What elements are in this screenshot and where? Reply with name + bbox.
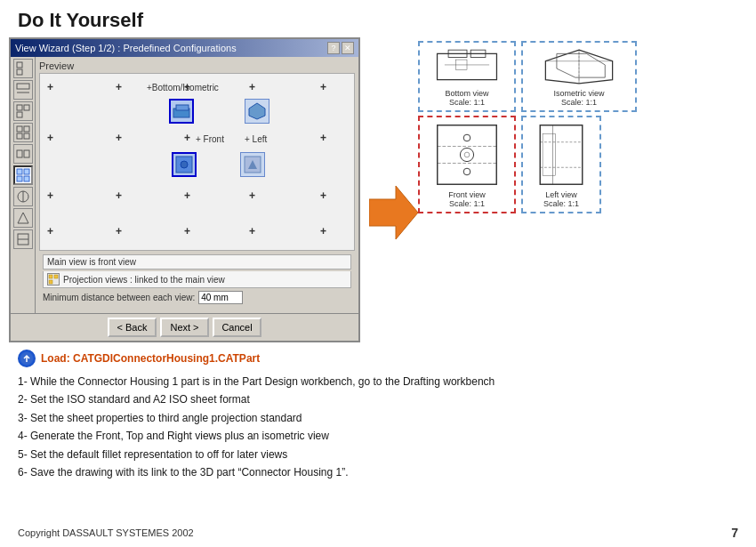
grid-plus-8: +	[184, 132, 190, 144]
instruction-2: 2- Set the ISO standard and A2 ISO sheet…	[18, 390, 738, 408]
projection-icon-1	[47, 273, 60, 286]
iso-view-caption: Isometric viewScale: 1:1	[553, 89, 604, 107]
wizard-button-row: < Back Next > Cancel	[11, 313, 358, 341]
preview-grid: + + + + + + + +Bottom/Isometric	[39, 73, 355, 251]
copyright: Copyright DASSAULT SYSTEMES 2002	[18, 527, 194, 538]
svg-point-26	[181, 161, 188, 168]
distance-label: Minimum distance between each view:	[43, 293, 195, 302]
left-view-caption: Left viewScale: 1:1	[543, 190, 579, 208]
wizard-window: View Wizard (Step 1/2) : Predefined Conf…	[9, 37, 360, 342]
titlebar-buttons: ? ✕	[327, 42, 354, 54]
next-button[interactable]: Next >	[160, 318, 209, 337]
svg-rect-11	[17, 150, 22, 157]
svg-rect-1	[17, 69, 22, 75]
svg-point-45	[464, 152, 470, 157]
front-view-svg	[427, 121, 507, 189]
svg-rect-0	[17, 62, 22, 68]
back-button[interactable]: < Back	[108, 318, 157, 337]
instruction-5: 5- Set the default fillet representation…	[18, 446, 738, 463]
load-line: Load: CATGDIConnectorHousing1.CATPart	[18, 350, 738, 367]
grid-plus-16: +	[116, 225, 122, 237]
projection-label: Projection views : linked to the main vi…	[63, 275, 225, 285]
left-view-svg	[535, 121, 588, 189]
svg-rect-12	[24, 150, 29, 157]
svg-rect-15	[17, 176, 22, 181]
wizard-body: Preview + + + + + + + +Bottom/Isometric	[11, 57, 358, 313]
instruction-4: 4- Generate the Front, Top and Right vie…	[18, 427, 738, 445]
views-panel: Bottom viewScale: 1:1 Isometric viewScal…	[418, 37, 747, 342]
footer: Copyright DASSAULT SYSTEMES 2002 7	[18, 526, 738, 540]
svg-rect-50	[540, 125, 583, 185]
wizard-panel: View Wizard (Step 1/2) : Predefined Conf…	[9, 37, 365, 342]
wizard-sidebar	[11, 57, 36, 313]
view-left-label: + Left	[245, 134, 267, 144]
info-projection: Projection views : linked to the main vi…	[43, 271, 351, 288]
svg-marker-41	[557, 53, 605, 77]
grid-plus-6: +	[47, 132, 53, 144]
wizard-main: Preview + + + + + + + +Bottom/Isometric	[36, 57, 358, 313]
instruction-1: 1- While the Connector Housing 1 part is…	[18, 373, 738, 390]
grid-plus-5: +	[320, 81, 326, 93]
distance-input[interactable]	[198, 291, 243, 304]
svg-rect-6	[17, 112, 22, 117]
bottom-section: Load: CATGDIConnectorHousing1.CATPart 1-…	[0, 342, 756, 485]
preview-front-icon[interactable]	[172, 152, 197, 177]
iso-view-svg	[530, 46, 628, 87]
grid-plus-11: +	[116, 189, 122, 202]
instructions: 1- While the Connector Housing 1 part is…	[18, 373, 738, 481]
grid-plus-1: +	[47, 81, 53, 93]
svg-rect-10	[24, 133, 29, 139]
grid-plus-9: +	[320, 132, 326, 144]
sidebar-icon-7[interactable]	[13, 187, 33, 206]
svg-rect-5	[24, 105, 29, 110]
svg-rect-14	[24, 169, 29, 174]
grid-plus-18: +	[249, 225, 255, 237]
sidebar-icon-5[interactable]	[13, 144, 33, 164]
instruction-6: 6- Save the drawing with its link to the…	[18, 463, 738, 481]
svg-rect-9	[17, 133, 22, 139]
grid-plus-19: +	[320, 225, 326, 237]
svg-rect-29	[49, 275, 52, 278]
isometric-view-box: Isometric viewScale: 1:1	[521, 41, 637, 112]
grid-plus-13: +	[249, 189, 255, 202]
svg-rect-30	[54, 275, 58, 278]
bottom-view-svg	[427, 46, 507, 87]
svg-rect-7	[17, 126, 22, 132]
sidebar-icon-6[interactable]	[13, 165, 33, 185]
svg-rect-16	[24, 176, 29, 181]
wizard-bottom: Main view is front view Projection views…	[39, 251, 355, 310]
wizard-title: View Wizard (Step 1/2) : Predefined Conf…	[15, 43, 237, 53]
svg-marker-24	[249, 103, 265, 119]
svg-point-46	[463, 134, 470, 141]
grid-plus-12: +	[184, 189, 190, 202]
grid-plus-10: +	[47, 189, 53, 202]
svg-rect-23	[176, 105, 189, 110]
svg-rect-2	[17, 84, 29, 89]
load-text: Load: CATGDIConnectorHousing1.CATPart	[41, 352, 260, 365]
bottom-view-box: Bottom viewScale: 1:1	[418, 41, 516, 112]
sidebar-icon-8[interactable]	[13, 208, 33, 228]
sidebar-icon-4[interactable]	[13, 123, 33, 142]
sidebar-icon-9[interactable]	[13, 229, 33, 249]
svg-point-44	[460, 148, 473, 161]
grid-plus-14: +	[320, 189, 326, 202]
page-number: 7	[731, 526, 738, 540]
left-view-box: Left viewScale: 1:1	[521, 116, 601, 213]
instruction-3: 3- Set the sheet properties to third ang…	[18, 409, 738, 427]
preview-iso-icon[interactable]	[245, 99, 269, 124]
grid-plus-2: +	[116, 81, 122, 93]
preview-left-icon[interactable]	[240, 152, 265, 177]
grid-plus-17: +	[184, 225, 190, 237]
sidebar-icon-3[interactable]	[13, 101, 33, 121]
sidebar-icon-2[interactable]	[13, 80, 33, 100]
close-button[interactable]: ✕	[342, 42, 354, 54]
svg-rect-31	[49, 280, 52, 284]
help-button[interactable]: ?	[327, 42, 340, 54]
preview-bottom-icon[interactable]	[169, 99, 194, 124]
cancel-button[interactable]: Cancel	[213, 318, 261, 337]
grid-plus-7: +	[116, 132, 122, 144]
load-icon	[18, 350, 36, 367]
bottom-view-caption: Bottom viewScale: 1:1	[445, 89, 488, 107]
sidebar-icon-1[interactable]	[13, 59, 33, 78]
info-main-view: Main view is front view	[43, 254, 351, 269]
